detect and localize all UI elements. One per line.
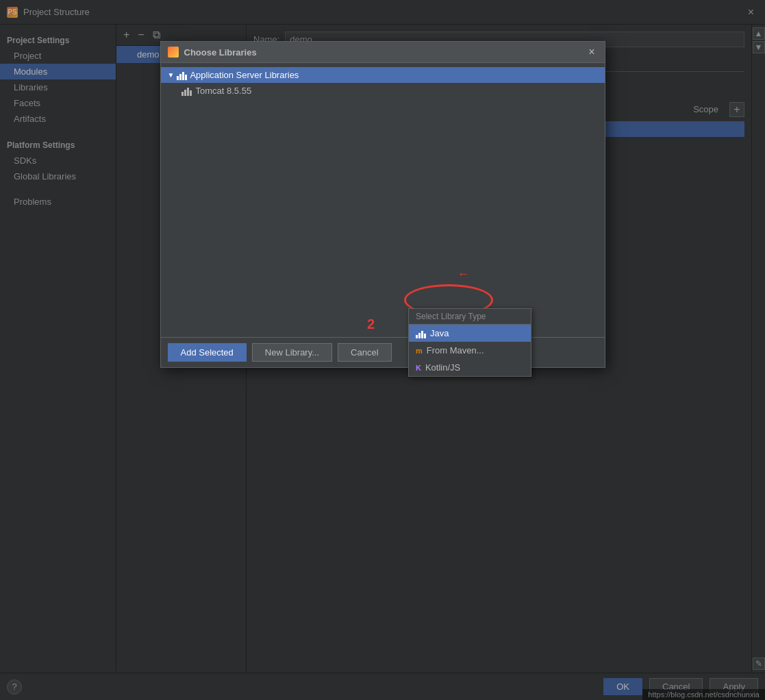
lib-item-label: Tomcat 8.5.55 <box>196 86 252 96</box>
dropdown-header: Select Library Type <box>409 309 531 325</box>
collapse-icon: ▼ <box>168 71 175 79</box>
choose-libraries-dialog: Choose Libraries × ▼ Application Server … <box>160 41 605 368</box>
dropdown-item-kotlin[interactable]: K Kotlin/JS <box>409 359 531 376</box>
app-server-icon <box>177 71 187 80</box>
maven-icon: m <box>416 347 423 355</box>
add-selected-btn[interactable]: Add Selected <box>168 343 247 362</box>
dialog-close-btn[interactable]: × <box>586 46 597 58</box>
dropdown-java-label: Java <box>430 328 449 338</box>
lib-tree-item-tomcat[interactable]: Tomcat 8.5.55 <box>161 83 605 99</box>
dialog-overlay: Choose Libraries × ▼ Application Server … <box>0 0 765 700</box>
dialog-body: ▼ Application Server Libraries <box>161 63 605 337</box>
dialog-title: Choose Libraries <box>184 47 257 58</box>
dropdown-item-maven[interactable]: m From Maven... <box>409 342 531 359</box>
kotlin-icon: K <box>416 364 421 372</box>
dialog-footer: Add Selected New Library... Cancel <box>161 337 605 367</box>
lib-tree: ▼ Application Server Libraries <box>161 63 605 103</box>
dropdown-kotlin-label: Kotlin/JS <box>425 362 460 373</box>
dropdown-item-java[interactable]: Java <box>409 325 531 342</box>
lib-tree-group[interactable]: ▼ Application Server Libraries <box>161 67 605 83</box>
new-library-btn[interactable]: New Library... <box>252 343 332 362</box>
dialog-cancel-btn[interactable]: Cancel <box>338 343 391 362</box>
lib-group-label: Application Server Libraries <box>190 70 299 80</box>
new-library-dropdown: Select Library Type Java m From Maven...… <box>408 308 531 377</box>
tomcat-icon <box>181 86 192 96</box>
dialog-icon <box>168 47 179 58</box>
java-lib-icon <box>416 329 426 338</box>
dropdown-maven-label: From Maven... <box>427 345 484 355</box>
dialog-titlebar: Choose Libraries × <box>161 42 605 63</box>
